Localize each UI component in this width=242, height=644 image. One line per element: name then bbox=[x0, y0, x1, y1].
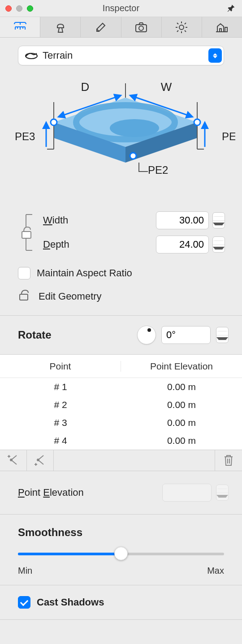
table-row[interactable]: # 20.00 m bbox=[0, 396, 242, 414]
tab-geometry[interactable] bbox=[0, 17, 40, 37]
tab-material[interactable] bbox=[40, 17, 81, 37]
width-label: Width bbox=[43, 215, 152, 226]
diagram-d-label: D bbox=[81, 80, 90, 94]
cell-elevation: 0.00 m bbox=[121, 417, 242, 428]
rotate-input[interactable] bbox=[161, 326, 211, 344]
titlebar: Inspector bbox=[0, 0, 242, 17]
aspect-ratio-checkbox[interactable] bbox=[18, 267, 30, 279]
smoothness-section: Smoothness Min Max bbox=[0, 515, 242, 585]
terrain-diagram: D W PE1 PE2 PE3 bbox=[0, 72, 242, 196]
cast-shadows-row: Cast Shadows bbox=[0, 585, 242, 619]
diagram-pe3-label: PE3 bbox=[15, 130, 35, 142]
point-elevation-stepper bbox=[216, 485, 229, 501]
depth-stepper[interactable] bbox=[212, 236, 225, 253]
svg-point-17 bbox=[194, 119, 200, 125]
svg-point-16 bbox=[51, 119, 57, 125]
edit-geometry-label: Edit Geometry bbox=[39, 291, 102, 302]
delete-point-button[interactable] bbox=[215, 450, 242, 471]
width-stepper[interactable] bbox=[212, 212, 225, 228]
width-input[interactable] bbox=[156, 211, 209, 229]
points-toolbar bbox=[0, 450, 242, 471]
smoothness-label: Smoothness bbox=[18, 526, 224, 539]
table-row[interactable]: # 30.00 m bbox=[0, 414, 242, 432]
col-point-header[interactable]: Point bbox=[0, 361, 121, 372]
svg-point-6 bbox=[110, 119, 159, 137]
svg-point-2 bbox=[179, 25, 184, 30]
unlock-icon bbox=[18, 289, 31, 304]
point-elevation-row: Point Elevation bbox=[0, 471, 242, 514]
tab-light[interactable] bbox=[162, 17, 202, 37]
points-table: Point Point Elevation # 10.00 m# 20.00 m… bbox=[0, 355, 242, 450]
depth-input[interactable] bbox=[156, 236, 209, 253]
cell-elevation: 0.00 m bbox=[121, 435, 242, 446]
diagram-pe2-label: PE2 bbox=[148, 164, 168, 176]
table-row[interactable]: # 40.00 m bbox=[0, 432, 242, 450]
table-row[interactable]: # 10.00 m bbox=[0, 378, 242, 396]
add-point-below-button[interactable] bbox=[27, 450, 54, 471]
cell-point: # 1 bbox=[0, 382, 121, 392]
point-elevation-label: Point Elevation bbox=[18, 487, 158, 498]
aspect-ratio-row: Maintain Aspect Ratio bbox=[0, 258, 242, 283]
pin-icon[interactable] bbox=[227, 4, 236, 15]
svg-rect-19 bbox=[22, 232, 31, 238]
terrain-icon bbox=[25, 49, 38, 62]
cell-point: # 2 bbox=[0, 399, 121, 410]
cell-elevation: 0.00 m bbox=[121, 399, 242, 410]
col-elevation-header[interactable]: Point Elevation bbox=[121, 361, 242, 372]
svg-point-1 bbox=[139, 26, 143, 30]
object-type-label: Terrain bbox=[43, 50, 208, 61]
diagram-w-label: W bbox=[161, 80, 172, 94]
rotate-stepper[interactable] bbox=[216, 327, 229, 343]
object-type-selector[interactable]: Terrain bbox=[18, 46, 224, 65]
cast-shadows-checkbox[interactable] bbox=[18, 596, 30, 609]
point-elevation-input bbox=[162, 484, 212, 502]
diagram-pe1-label: PE1 bbox=[222, 130, 235, 142]
svg-rect-20 bbox=[20, 294, 28, 300]
svg-point-18 bbox=[130, 153, 136, 159]
cast-shadows-label: Cast Shadows bbox=[37, 597, 104, 608]
smoothness-slider[interactable] bbox=[18, 549, 224, 559]
tab-edit[interactable] bbox=[81, 17, 121, 37]
smoothness-min-label: Min bbox=[18, 566, 32, 576]
rotate-row: Rotate bbox=[0, 316, 242, 354]
cell-elevation: 0.00 m bbox=[121, 382, 242, 392]
object-type-row: Terrain bbox=[0, 38, 242, 72]
aspect-ratio-label: Maintain Aspect Ratio bbox=[37, 267, 132, 279]
window-title: Inspector bbox=[0, 3, 242, 13]
selector-dropdown-icon bbox=[208, 48, 222, 63]
tab-scene[interactable] bbox=[202, 17, 242, 37]
cell-point: # 4 bbox=[0, 435, 121, 446]
add-point-button[interactable] bbox=[0, 450, 27, 471]
edit-geometry-row[interactable]: Edit Geometry bbox=[0, 283, 242, 315]
rotate-label: Rotate bbox=[18, 329, 132, 341]
dimensions-section: Width Depth bbox=[0, 196, 242, 258]
smoothness-max-label: Max bbox=[207, 566, 224, 576]
inspector-tabs bbox=[0, 17, 242, 38]
tab-camera[interactable] bbox=[121, 17, 162, 37]
depth-label: Depth bbox=[43, 239, 152, 250]
rotate-dial[interactable] bbox=[137, 326, 156, 344]
link-dimensions-lock[interactable] bbox=[13, 212, 39, 253]
cell-point: # 3 bbox=[0, 417, 121, 428]
